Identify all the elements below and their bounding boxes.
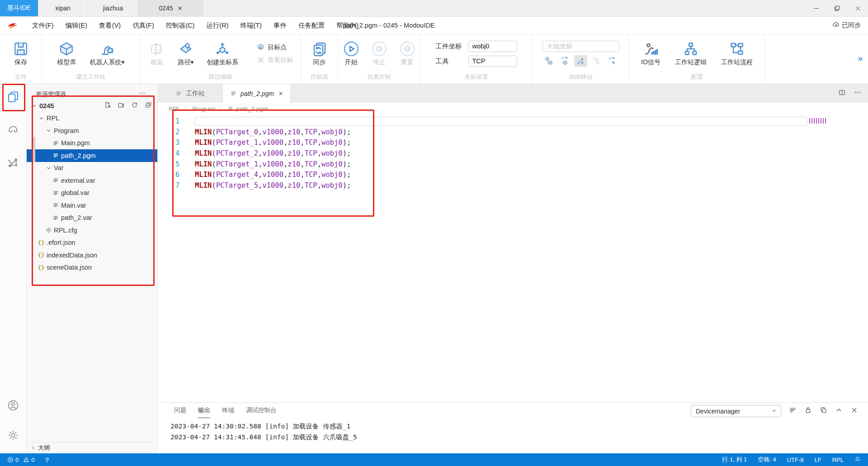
close-icon[interactable]	[850, 406, 858, 416]
more-actions-icon[interactable]	[138, 90, 146, 99]
toolbar-button-目标点[interactable]: 目标点	[256, 43, 293, 52]
menu-item-5[interactable]: 运行(R)	[200, 21, 234, 30]
tree-item-RPL.cfg[interactable]: RPL.cfg	[27, 224, 157, 237]
toolbar-overflow-chevron[interactable]: »	[858, 53, 863, 63]
activity-explorer[interactable]	[6, 90, 20, 105]
menu-item-0[interactable]: 文件(F)	[26, 21, 60, 30]
toolbar-button-框架[interactable]: 框架	[148, 41, 166, 67]
panel-tab-调试控制台[interactable]: 调试控制台	[246, 403, 277, 418]
toolbar-button-保存[interactable]: 保存	[12, 41, 30, 67]
editor-more-icon[interactable]	[854, 89, 862, 98]
toolbar-button-创建坐标系[interactable]: 创建坐标系	[206, 41, 239, 67]
list-icon[interactable]	[789, 406, 797, 416]
tree-item-external.var[interactable]: external.var	[27, 174, 157, 187]
close-tab-icon[interactable]: ✕	[178, 5, 183, 12]
new-folder-icon[interactable]	[118, 101, 125, 110]
menu-item-2[interactable]: 查看(V)	[93, 21, 127, 30]
tree-item-0245[interactable]: 0245	[27, 100, 157, 112]
breadcrumb-item-path_2.pgm[interactable]: path_2.pgm	[227, 105, 268, 112]
free-move-move-free-icon[interactable]	[542, 55, 556, 67]
activity-debug[interactable]	[6, 123, 20, 138]
menu-item-3[interactable]: 仿真(F)	[127, 21, 160, 30]
tree-item-Main.var[interactable]: Main.var	[27, 199, 157, 212]
free-move-link-move-icon[interactable]	[590, 55, 603, 67]
tree-item-Program[interactable]: Program	[27, 124, 157, 137]
eol-indicator[interactable]: LF	[815, 456, 821, 463]
toolbar-button-工作站流程[interactable]: 工作站流程	[720, 41, 754, 67]
editor-tab-path_2.pgm[interactable]: path_2.pgm✕	[223, 84, 291, 103]
breadcrumb-item-RPL[interactable]: RPL	[169, 105, 180, 112]
split-editor-icon[interactable]	[838, 89, 846, 98]
workpiece-coordinate-input[interactable]	[468, 41, 517, 52]
world-coordinate-input[interactable]	[542, 41, 619, 52]
toolbar-button-停止[interactable]: 停止	[370, 41, 388, 67]
app-tab-墨斗IDE[interactable]: 墨斗IDE	[0, 0, 38, 16]
panel-tab-输出[interactable]: 输出	[198, 403, 210, 418]
sync-status[interactable]: 已同步	[832, 21, 861, 30]
code-editor[interactable]: 12MLIN(PCTarget_0,v1000,z10,TCP,wobj0);3…	[158, 114, 868, 402]
chevron-up-icon[interactable]	[835, 406, 843, 416]
toolbar-button-机器人系统[interactable]: 机器人系统▾	[89, 41, 125, 67]
encoding-indicator[interactable]: UTF-8	[787, 456, 804, 463]
lock-icon[interactable]	[804, 406, 812, 416]
panel-tab-问题[interactable]: 问题	[174, 403, 186, 418]
minimize-button[interactable]	[806, 0, 826, 16]
device-select[interactable]: Devicemanager	[691, 405, 781, 417]
close-tab-icon[interactable]: ✕	[278, 90, 283, 97]
app-tab-xipan[interactable]: xipan	[38, 0, 88, 16]
tree-item-Var[interactable]: Var	[27, 162, 157, 175]
free-move-rotate-cursor-icon[interactable]	[606, 55, 619, 67]
new-file-icon[interactable]	[104, 101, 111, 110]
code-line[interactable]: 5MLIN(PCTarget_1,v1000,z10,TCP,wobj0);	[158, 159, 868, 170]
line-col-indicator[interactable]: 行 1, 列 1	[722, 456, 747, 464]
copy-icon[interactable]	[820, 406, 827, 416]
toolbar-button-同步[interactable]: 同步	[311, 41, 329, 67]
menu-item-7[interactable]: 事件	[268, 21, 292, 30]
tree-item-path_2.pgm[interactable]: path_2.pgm	[27, 149, 157, 162]
toolbar-button-开始[interactable]: 开始	[342, 41, 360, 67]
toolbar-button-重置[interactable]: 重置	[398, 41, 416, 67]
app-tab-0245[interactable]: 0245✕	[138, 0, 203, 16]
toolbar-button-工作站逻辑[interactable]: 工作站逻辑	[674, 41, 708, 67]
tree-item-global.var[interactable]: global.var	[27, 187, 157, 200]
code-line[interactable]: 6MLIN(PCTarget_4,v1000,z10,TCP,wobj0);	[158, 169, 868, 180]
bell-icon[interactable]	[854, 456, 861, 464]
collapse-icon[interactable]	[145, 101, 152, 110]
maximize-button[interactable]	[826, 0, 847, 16]
tree-item-.efort.json[interactable]: {}.efort.json	[27, 237, 157, 249]
code-line[interactable]: 1	[158, 116, 868, 127]
spaces-indicator[interactable]: 空格: 4	[758, 456, 776, 464]
toolbar-button-IO信号[interactable]: IO信号	[640, 41, 661, 67]
free-move-rotate-free-icon[interactable]	[558, 55, 571, 67]
code-line[interactable]: 7MLIN(PCTarget_5,v1000,z10,TCP,wobj0);	[158, 180, 868, 191]
plug-icon[interactable]	[44, 457, 50, 463]
code-line[interactable]: 2MLIN(PCTarget_0,v1000,z10,TCP,wobj0);	[158, 127, 868, 138]
tree-item-Main.pgm[interactable]: Main.pgm	[27, 137, 157, 150]
language-indicator[interactable]: RPL	[832, 456, 844, 463]
menu-item-6[interactable]: 终端(T)	[235, 21, 268, 30]
activity-account[interactable]	[7, 399, 19, 413]
tree-item-indexedData.json[interactable]: {}indexedData.json	[27, 249, 157, 262]
breadcrumb-item-Program[interactable]: Program	[192, 105, 216, 112]
code-line[interactable]: 4MLIN(PCTarget_2,v1000,z10,TCP,wobj0);	[158, 148, 868, 159]
code-line[interactable]: 3MLIN(PCTarget_1,v1000,z10,TCP,wobj0);	[158, 137, 868, 148]
menu-item-4[interactable]: 控制器(C)	[160, 21, 201, 30]
outline-section[interactable]: 大纲	[27, 442, 157, 453]
activity-settings[interactable]	[7, 429, 19, 443]
tree-item-path_2.var[interactable]: path_2.var	[27, 212, 157, 224]
problems-indicator[interactable]: 0 0	[7, 456, 34, 463]
tree-item-RPL[interactable]: RPL	[27, 112, 157, 125]
app-tab-jiazhua[interactable]: jiazhua	[88, 0, 138, 16]
close-window-button[interactable]	[847, 0, 868, 16]
toolbar-button-模型库[interactable]: 模型库	[56, 41, 77, 67]
menu-item-1[interactable]: 编辑(E)	[60, 21, 93, 30]
refresh-icon[interactable]	[131, 101, 138, 110]
activity-network[interactable]	[6, 156, 20, 171]
free-move-scale-arrow-icon[interactable]	[574, 55, 587, 67]
tree-item-sceneData.json[interactable]: {}sceneData.json	[27, 262, 157, 274]
toolbar-button-路径[interactable]: 路径▾	[177, 41, 195, 67]
editor-tab-工作站[interactable]: 工作站	[158, 84, 223, 103]
panel-tab-终端[interactable]: 终端	[222, 403, 234, 418]
toolbar-button-查看目标[interactable]: 查看目标	[256, 56, 293, 64]
tool-input[interactable]	[468, 56, 517, 67]
